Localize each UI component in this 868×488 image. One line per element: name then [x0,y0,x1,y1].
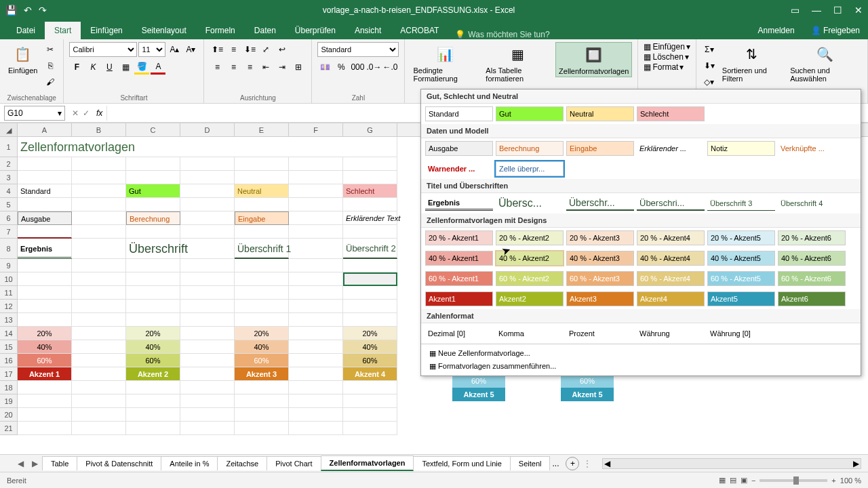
align-center-icon[interactable]: ≡ [226,60,241,75]
cell[interactable] [18,198,72,211]
cut-icon[interactable]: ✂ [43,42,58,57]
horizontal-scrollbar[interactable]: ◀▶ [602,458,861,469]
cell[interactable] [72,313,126,327]
align-bottom-icon[interactable]: ⬇≡ [242,42,257,57]
cell[interactable] [235,300,289,313]
cell[interactable] [126,394,180,408]
comma-icon[interactable]: 000 [350,60,365,75]
row-header[interactable]: 19 [0,394,18,408]
cell[interactable]: Zellenformatvorlagen [18,137,397,157]
row-header[interactable]: 14 [0,327,18,340]
cell[interactable] [126,171,180,184]
cell[interactable]: 20% [343,327,397,340]
zoom-in-icon[interactable]: + [831,476,835,485]
cell[interactable] [235,272,289,286]
cell[interactable] [72,198,126,211]
cell[interactable] [18,422,72,435]
cell[interactable] [180,381,235,394]
cell[interactable]: 40% [126,340,180,354]
cell[interactable] [343,259,397,272]
cell[interactable] [18,225,72,239]
cell[interactable] [72,367,126,381]
cell[interactable] [180,408,235,422]
style-dezimal[interactable]: Dezimal [0] [425,326,493,341]
cell[interactable] [289,327,343,340]
delete-cells-button[interactable]: ▦ Löschen ▾ [644,52,688,62]
column-header[interactable]: G [343,123,397,136]
column-header[interactable]: E [235,123,289,136]
tab-acrobat[interactable]: ACROBAT [391,22,448,39]
currency-icon[interactable]: 💷 [317,60,332,75]
copy-icon[interactable]: ⎘ [43,58,58,73]
cell[interactable] [72,381,126,394]
cell[interactable]: Überschrift [126,239,180,259]
tab-nav-next-icon[interactable]: ▶ [28,459,42,468]
cell[interactable] [18,381,72,394]
cell[interactable] [235,225,289,239]
cell[interactable] [180,340,235,354]
style-accent[interactable]: Akzent4 [637,291,705,306]
sheet-tab[interactable]: Anteile in % [161,456,218,470]
style-accent[interactable]: 60 % - Akzent1 [425,271,493,286]
cell[interactable]: Neutral [235,184,289,198]
cell[interactable] [72,211,126,225]
cell[interactable] [126,225,180,239]
cell[interactable] [180,354,235,367]
style-accent[interactable]: 40 % - Akzent6 [778,251,846,266]
cell[interactable]: Schlecht [343,184,397,198]
cell[interactable] [235,286,289,300]
column-header[interactable]: C [126,123,180,136]
style-schlecht[interactable]: Schlecht [637,106,705,121]
sheet-tab[interactable]: Zeitachse [217,456,267,470]
cell[interactable] [126,422,180,435]
tab-nav-prev-icon[interactable]: ◀ [14,459,28,468]
style-accent[interactable]: 40 % - Akzent5 [707,251,775,266]
row-header[interactable]: 9 [0,259,18,272]
cell[interactable]: Akzent 2 [126,367,180,381]
cell[interactable] [289,184,343,198]
cell[interactable] [343,300,397,313]
cell[interactable] [18,286,72,300]
cell[interactable] [180,225,235,239]
style-accent[interactable]: Akzent5 [707,291,775,306]
bold-icon[interactable]: F [69,60,84,75]
cell[interactable] [343,394,397,408]
border-icon[interactable]: ▦ [118,60,133,75]
column-header[interactable]: F [289,123,343,136]
ribbon-display-icon[interactable]: ▭ [791,5,800,16]
cell-styles-gallery[interactable]: Gut, Schlecht und Neutral Standard Gut N… [420,89,861,376]
style-accent[interactable]: 60 % - Akzent2 [496,271,564,286]
signin-link[interactable]: Anmelden [750,22,803,39]
cell[interactable] [235,313,289,327]
style-standard[interactable]: Standard [425,106,493,121]
cell[interactable] [180,422,235,435]
zoom-level[interactable]: 100 % [840,476,861,485]
cell[interactable] [180,184,235,198]
cell[interactable]: 40% [18,340,72,354]
enter-formula-icon[interactable]: ✓ [83,108,90,118]
style-h4[interactable]: Überschrift 4 [778,196,846,211]
cell[interactable] [343,313,397,327]
cell[interactable] [72,408,126,422]
style-accent[interactable]: 20 % - Akzent4 [637,230,705,245]
sheet-tab-overflow[interactable]: ... [549,459,561,468]
cell[interactable] [72,300,126,313]
style-berechnung[interactable]: Berechnung [496,141,564,156]
cell[interactable]: 60% [343,354,397,367]
cell[interactable] [289,367,343,381]
style-accent[interactable]: 20 % - Akzent6 [778,230,846,245]
style-ergebnis[interactable]: Ergebnis [425,196,493,211]
cell[interactable] [18,394,72,408]
cell[interactable] [180,259,235,272]
cell[interactable] [18,300,72,313]
cell[interactable]: 20% [126,327,180,340]
style-accent[interactable]: 40 % - Akzent3 [566,251,634,266]
increase-decimal-icon[interactable]: .0→ [366,60,381,75]
style-accent[interactable]: 20 % - Akzent5 [707,230,775,245]
cell[interactable] [126,272,180,286]
cell[interactable]: Eingabe [235,211,289,225]
orientation-icon[interactable]: ⤢ [258,42,273,57]
zoom-out-icon[interactable]: − [751,476,755,485]
conditional-formatting-button[interactable]: 📊Bedingte Formatierung [410,42,480,84]
cell[interactable] [72,327,126,340]
